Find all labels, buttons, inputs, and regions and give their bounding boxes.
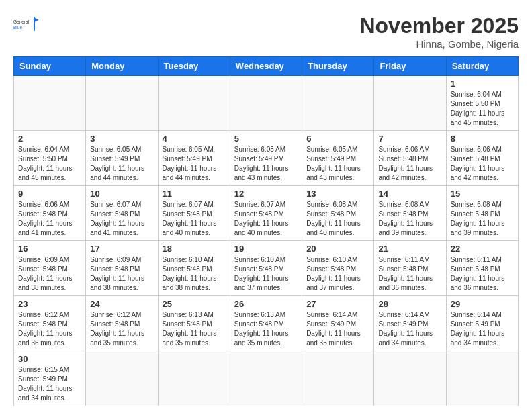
empty-cell [14, 76, 86, 131]
header-tuesday: Tuesday [158, 57, 230, 76]
day-23: 23 Sunrise: 6:12 AMSunset: 5:48 PMDaylig… [14, 296, 86, 351]
logo: GeneralBlue [13, 13, 40, 35]
calendar-grid: Sunday Monday Tuesday Wednesday Thursday… [13, 56, 519, 406]
day-16: 16 Sunrise: 6:09 AMSunset: 5:48 PMDaylig… [14, 241, 86, 296]
empty-cell [374, 76, 446, 131]
day-17: 17 Sunrise: 6:09 AMSunset: 5:48 PMDaylig… [86, 241, 158, 296]
svg-text:General: General [13, 19, 30, 24]
day-15: 15 Sunrise: 6:08 AMSunset: 5:48 PMDaylig… [446, 186, 518, 241]
day-4: 4 Sunrise: 6:05 AMSunset: 5:49 PMDayligh… [158, 131, 230, 186]
day-8: 8 Sunrise: 6:06 AMSunset: 5:48 PMDayligh… [446, 131, 518, 186]
week-row-1: 1 Sunrise: 6:04 AM Sunset: 5:50 PM Dayli… [14, 76, 519, 131]
day-21: 21 Sunrise: 6:11 AMSunset: 5:48 PMDaylig… [374, 241, 446, 296]
week-row-3: 9 Sunrise: 6:06 AMSunset: 5:48 PMDayligh… [14, 186, 519, 241]
week-row-2: 2 Sunrise: 6:04 AMSunset: 5:50 PMDayligh… [14, 131, 519, 186]
week-row-6: 30 Sunrise: 6:15 AMSunset: 5:49 PMDaylig… [14, 351, 519, 406]
header-wednesday: Wednesday [230, 57, 302, 76]
header-monday: Monday [86, 57, 158, 76]
day-10: 10 Sunrise: 6:07 AMSunset: 5:48 PMDaylig… [86, 186, 158, 241]
day-12: 12 Sunrise: 6:07 AMSunset: 5:48 PMDaylig… [230, 186, 302, 241]
empty-cell [446, 351, 518, 406]
day-27: 27 Sunrise: 6:14 AMSunset: 5:49 PMDaylig… [302, 296, 374, 351]
weekday-header-row: Sunday Monday Tuesday Wednesday Thursday… [14, 57, 519, 76]
day-24: 24 Sunrise: 6:12 AMSunset: 5:48 PMDaylig… [86, 296, 158, 351]
header: GeneralBlue November 2025 Hinna, Gombe, … [13, 13, 519, 50]
header-saturday: Saturday [446, 57, 518, 76]
week-row-4: 16 Sunrise: 6:09 AMSunset: 5:48 PMDaylig… [14, 241, 519, 296]
day-29: 29 Sunrise: 6:14 AMSunset: 5:49 PMDaylig… [446, 296, 518, 351]
day-number-1: 1 [451, 79, 514, 89]
day-1: 1 Sunrise: 6:04 AM Sunset: 5:50 PM Dayli… [446, 76, 518, 131]
title-block: November 2025 Hinna, Gombe, Nigeria [359, 13, 519, 50]
day-11: 11 Sunrise: 6:07 AMSunset: 5:48 PMDaylig… [158, 186, 230, 241]
day-18: 18 Sunrise: 6:10 AMSunset: 5:48 PMDaylig… [158, 241, 230, 296]
empty-cell [374, 351, 446, 406]
subtitle: Hinna, Gombe, Nigeria [359, 38, 519, 50]
day-14: 14 Sunrise: 6:08 AMSunset: 5:48 PMDaylig… [374, 186, 446, 241]
empty-cell [158, 351, 230, 406]
day-28: 28 Sunrise: 6:14 AMSunset: 5:49 PMDaylig… [374, 296, 446, 351]
empty-cell [230, 76, 302, 131]
day-3: 3 Sunrise: 6:05 AMSunset: 5:49 PMDayligh… [86, 131, 158, 186]
svg-rect-1 [34, 17, 35, 31]
day-19: 19 Sunrise: 6:10 AMSunset: 5:48 PMDaylig… [230, 241, 302, 296]
day-30: 30 Sunrise: 6:15 AMSunset: 5:49 PMDaylig… [14, 351, 86, 406]
week-row-5: 23 Sunrise: 6:12 AMSunset: 5:48 PMDaylig… [14, 296, 519, 351]
day-22: 22 Sunrise: 6:11 AMSunset: 5:48 PMDaylig… [446, 241, 518, 296]
empty-cell [230, 351, 302, 406]
header-friday: Friday [374, 57, 446, 76]
day-13: 13 Sunrise: 6:08 AMSunset: 5:48 PMDaylig… [302, 186, 374, 241]
day-info-1: Sunrise: 6:04 AM Sunset: 5:50 PM Dayligh… [451, 90, 514, 128]
empty-cell [302, 76, 374, 131]
empty-cell [302, 351, 374, 406]
empty-cell [158, 76, 230, 131]
day-26: 26 Sunrise: 6:13 AMSunset: 5:48 PMDaylig… [230, 296, 302, 351]
month-title: November 2025 [359, 13, 519, 38]
header-sunday: Sunday [14, 57, 86, 76]
day-2: 2 Sunrise: 6:04 AMSunset: 5:50 PMDayligh… [14, 131, 86, 186]
logo-icon: GeneralBlue [13, 13, 40, 35]
day-6: 6 Sunrise: 6:05 AMSunset: 5:49 PMDayligh… [302, 131, 374, 186]
calendar-container: GeneralBlue November 2025 Hinna, Gombe, … [0, 0, 532, 411]
header-thursday: Thursday [302, 57, 374, 76]
svg-text:Blue: Blue [13, 25, 22, 30]
day-25: 25 Sunrise: 6:13 AMSunset: 5:48 PMDaylig… [158, 296, 230, 351]
empty-cell [86, 351, 158, 406]
day-20: 20 Sunrise: 6:10 AMSunset: 5:48 PMDaylig… [302, 241, 374, 296]
day-7: 7 Sunrise: 6:06 AMSunset: 5:48 PMDayligh… [374, 131, 446, 186]
day-9: 9 Sunrise: 6:06 AMSunset: 5:48 PMDayligh… [14, 186, 86, 241]
empty-cell [86, 76, 158, 131]
day-5: 5 Sunrise: 6:05 AMSunset: 5:49 PMDayligh… [230, 131, 302, 186]
